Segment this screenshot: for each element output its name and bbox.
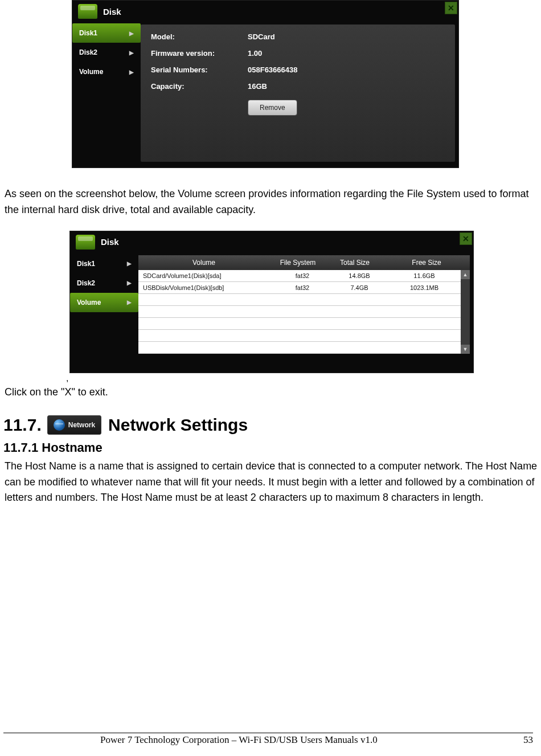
dialog-title: Disk [103, 7, 121, 17]
value-model: SDCard [248, 32, 445, 41]
paragraph-click-x: Click on the "X" to exit. [5, 385, 539, 401]
disk-sidebar: Disk1 ▶ Disk2 ▶ Volume ▶ [72, 21, 141, 165]
volume-table-panel: Volume File System Total Size Free Size … [138, 255, 470, 367]
sidebar-item-label: Disk2 [77, 279, 95, 287]
subsection-number: 11.7.1 [3, 440, 38, 455]
cell-volume: SDCard/Volume1(Disk)[sda] [138, 272, 274, 279]
cell-free-size: 1023.1MB [388, 284, 461, 291]
col-header-filesystem: File System [269, 259, 326, 267]
volume-table-header: Volume File System Total Size Free Size [138, 255, 470, 270]
sidebar-item-label: Disk1 [79, 29, 97, 37]
table-row[interactable]: USBDisk/Volume1(Disk)[sdb]fat327.4GB1023… [138, 282, 461, 294]
label-serial: Serial Numbers: [151, 66, 248, 74]
dialog-title: Disk [101, 237, 119, 247]
chevron-right-icon: ▶ [127, 299, 132, 305]
page-footer: Power 7 Technology Corporation – Wi-Fi S… [0, 733, 541, 746]
close-icon[interactable]: ✕ [445, 2, 457, 14]
col-header-volume: Volume [138, 259, 269, 267]
cell-volume: USBDisk/Volume1(Disk)[sdb] [138, 284, 274, 291]
footer-text: Power 7 Technology Corporation – Wi-Fi S… [100, 734, 378, 746]
value-serial: 058F63666438 [248, 66, 445, 74]
col-header-total-size: Total Size [326, 259, 383, 267]
table-row [138, 306, 461, 318]
cell-free-size: 11.6GB [388, 272, 461, 279]
network-badge-label: Network [68, 421, 95, 429]
subsection-title: Hostname [42, 440, 102, 455]
cell-total-size: 7.4GB [331, 284, 388, 291]
globe-icon [54, 419, 65, 431]
cell-filesystem: fat32 [274, 284, 331, 291]
sidebar-item-label: Volume [79, 68, 103, 76]
cell-filesystem: fat32 [274, 272, 331, 279]
disk-sidebar: Disk1 ▶ Disk2 ▶ Volume ▶ [70, 252, 138, 370]
label-capacity: Capacity: [151, 82, 248, 91]
table-row [138, 342, 461, 354]
cell-total-size: 14.8GB [331, 272, 388, 279]
scroll-down-icon[interactable]: ▼ [461, 345, 470, 354]
sidebar-item-disk1[interactable]: Disk1 ▶ [70, 254, 138, 273]
table-row[interactable]: SDCard/Volume1(Disk)[sda]fat3214.8GB11.6… [138, 270, 461, 282]
scrollbar[interactable]: ▲ ▼ [461, 270, 470, 354]
footer-page-number: 53 [523, 734, 533, 746]
subsection-heading: 11.7.1 Hostname [3, 440, 540, 455]
section-heading: 11.7. Network Network Settings [3, 415, 540, 435]
network-badge: Network [47, 415, 101, 435]
label-firmware: Firmware version: [151, 49, 248, 58]
table-row [138, 318, 461, 330]
disk-detail-panel: Model: SDCard Firmware version: 1.00 Ser… [141, 24, 455, 162]
scroll-up-icon[interactable]: ▲ [461, 270, 470, 279]
table-row [138, 330, 461, 342]
paragraph-hostname: The Host Name is a name that is assigned… [5, 459, 539, 506]
table-row [138, 294, 461, 306]
chevron-right-icon: ▶ [129, 50, 134, 56]
sidebar-item-disk2[interactable]: Disk2 ▶ [72, 43, 141, 62]
sidebar-item-volume[interactable]: Volume ▶ [72, 62, 141, 81]
remove-button[interactable]: Remove [248, 100, 297, 116]
paragraph-volume-intro: As seen on the screenshot below, the Vol… [5, 186, 539, 218]
disk-dialog-volume: ✕ Disk Disk1 ▶ Disk2 ▶ Volume ▶ [69, 231, 474, 373]
value-firmware: 1.00 [248, 49, 445, 58]
disk-icon [78, 4, 97, 19]
sidebar-item-label: Disk1 [77, 260, 95, 268]
sidebar-item-disk1[interactable]: Disk1 ▶ [72, 23, 141, 43]
col-header-free-size: Free Size [383, 259, 470, 267]
volume-table-body: SDCard/Volume1(Disk)[sda]fat3214.8GB11.6… [138, 270, 461, 354]
disk-dialog-info: ✕ Disk Disk1 ▶ Disk2 ▶ Volume ▶ [72, 0, 459, 168]
sidebar-item-disk2[interactable]: Disk2 ▶ [70, 273, 138, 293]
section-number: 11.7. [3, 415, 42, 435]
label-model: Model: [151, 32, 248, 41]
chevron-right-icon: ▶ [129, 30, 134, 36]
chevron-right-icon: ▶ [127, 260, 132, 267]
close-icon[interactable]: ✕ [460, 232, 472, 245]
section-title: Network Settings [108, 415, 248, 435]
sidebar-item-label: Disk2 [79, 48, 97, 56]
chevron-right-icon: ▶ [127, 280, 132, 286]
sidebar-item-volume[interactable]: Volume ▶ [70, 293, 138, 312]
disk-icon [76, 235, 95, 250]
stray-comma: , [66, 373, 540, 383]
chevron-right-icon: ▶ [129, 69, 134, 75]
value-capacity: 16GB [248, 82, 445, 91]
sidebar-item-label: Volume [77, 299, 101, 307]
